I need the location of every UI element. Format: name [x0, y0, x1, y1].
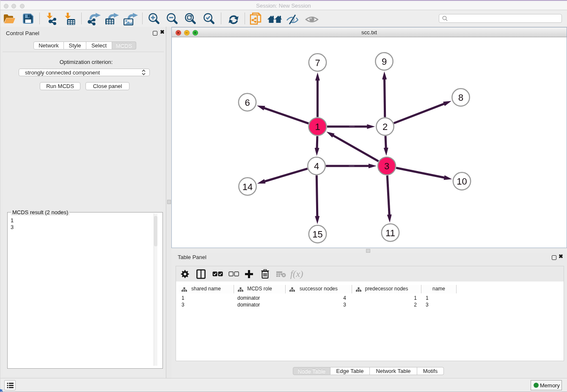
svg-text:6: 6: [245, 97, 250, 108]
svg-text:8: 8: [458, 92, 463, 103]
svg-text:7: 7: [315, 58, 320, 68]
svg-text:14: 14: [242, 182, 253, 192]
svg-text:1: 1: [315, 121, 320, 132]
svg-text:11: 11: [385, 228, 395, 238]
svg-text:4: 4: [314, 161, 319, 171]
svg-text:10: 10: [457, 176, 467, 187]
svg-text:3: 3: [384, 161, 389, 171]
svg-text:9: 9: [382, 56, 387, 67]
svg-text:2: 2: [383, 121, 388, 132]
svg-text:15: 15: [312, 229, 322, 240]
